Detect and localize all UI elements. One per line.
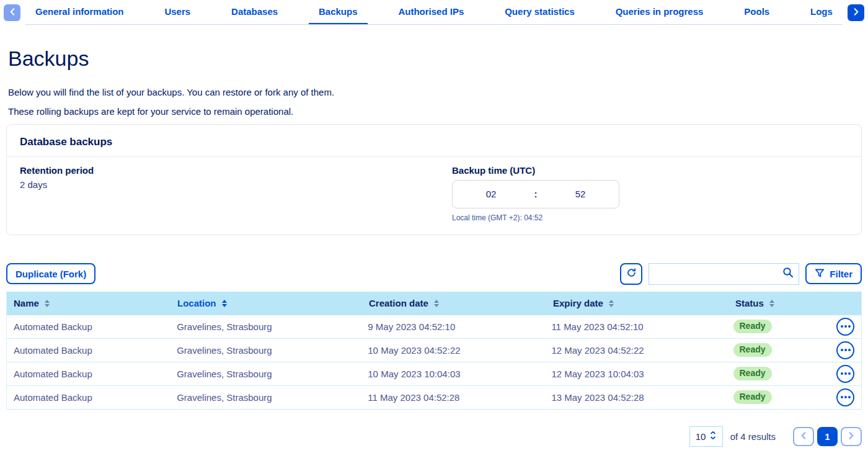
cell-name: Automated Backup	[14, 369, 177, 379]
sort-icon	[769, 300, 774, 307]
cell-name: Automated Backup	[14, 392, 177, 403]
table-row: Automated Backup Gravelines, Strasbourg …	[7, 315, 861, 339]
pagination: 10 of 4 results 1	[6, 426, 862, 447]
tab-users[interactable]: Users	[154, 0, 200, 24]
page-size-value: 10	[696, 431, 706, 442]
table-header-row: Name Location Creation date Expiry date …	[7, 292, 861, 315]
table-row: Automated Backup Gravelines, Strasbourg …	[7, 362, 861, 386]
page-title: Backups	[8, 45, 862, 72]
chevron-right-icon	[849, 432, 854, 441]
cell-expiry-date: 13 May 2023 04:52:28	[551, 392, 733, 403]
table-row: Automated Backup Gravelines, Strasbourg …	[7, 339, 861, 362]
cell-location: Gravelines, Strasbourg	[177, 392, 368, 403]
cell-location: Gravelines, Strasbourg	[177, 345, 368, 356]
backup-time-hour-field[interactable]: 02	[453, 189, 529, 199]
tab-databases[interactable]: Databases	[221, 0, 288, 24]
row-actions-button[interactable]	[836, 318, 854, 336]
cell-expiry-date: 11 May 2023 04:52:10	[551, 321, 733, 332]
card-title: Database backups	[7, 125, 861, 157]
status-badge: Ready	[733, 320, 772, 333]
filter-funnel-icon	[815, 268, 825, 280]
backup-time-separator: :	[529, 189, 542, 199]
refresh-button[interactable]	[620, 263, 642, 285]
backups-table: Name Location Creation date Expiry date …	[6, 292, 862, 410]
results-count-text: of 4 results	[730, 431, 776, 442]
page-description-line2: These rolling backups are kept for your …	[8, 106, 862, 117]
previous-page-button[interactable]	[793, 427, 814, 446]
backup-time-label: Backup time (UTC)	[452, 165, 848, 176]
status-badge: Ready	[733, 343, 772, 357]
page-description-line1: Below you will find the list of your bac…	[8, 87, 862, 97]
column-header-expiry-date[interactable]: Expiry date	[553, 298, 735, 308]
column-header-location[interactable]: Location	[177, 298, 369, 308]
tab-queries-in-progress[interactable]: Queries in progress	[606, 0, 714, 24]
tabs-scroll-right-button[interactable]	[848, 4, 864, 21]
duplicate-fork-button[interactable]: Duplicate (Fork)	[6, 263, 95, 284]
filter-button[interactable]: Filter	[805, 263, 862, 284]
table-row: Automated Backup Gravelines, Strasbourg …	[7, 386, 861, 410]
tab-general-information[interactable]: General information	[25, 0, 134, 24]
database-backups-card: Database backups Retention period 2 days…	[6, 124, 862, 235]
table-toolbar: Duplicate (Fork) Filter	[6, 263, 862, 285]
sort-icon	[609, 300, 614, 307]
refresh-icon	[626, 267, 637, 280]
search-icon	[782, 267, 794, 280]
cell-creation-date: 9 May 2023 04:52:10	[368, 321, 551, 332]
cell-expiry-date: 12 May 2023 10:04:03	[551, 369, 733, 379]
chevron-left-icon	[801, 432, 806, 441]
filter-label: Filter	[830, 269, 852, 279]
page-size-select[interactable]: 10	[689, 426, 723, 447]
local-time-note: Local time (GMT +2): 04:52	[452, 213, 848, 222]
cell-name: Automated Backup	[14, 345, 177, 356]
chevron-left-icon	[10, 8, 15, 17]
backup-time-minute-field[interactable]: 52	[542, 189, 619, 199]
column-header-creation-date[interactable]: Creation date	[369, 298, 553, 308]
row-actions-button[interactable]	[836, 341, 854, 359]
row-actions-button[interactable]	[836, 388, 854, 406]
cell-name: Automated Backup	[14, 321, 177, 332]
next-page-button[interactable]	[841, 427, 862, 446]
tab-query-statistics[interactable]: Query statistics	[495, 0, 585, 24]
retention-period-label: Retention period	[20, 165, 452, 176]
sort-icon	[45, 300, 50, 307]
retention-period-value: 2 days	[20, 179, 452, 190]
column-header-name[interactable]: Name	[14, 298, 177, 308]
tab-pools[interactable]: Pools	[734, 0, 779, 24]
tab-backups[interactable]: Backups	[309, 0, 368, 24]
status-badge: Ready	[733, 367, 772, 380]
cell-location: Gravelines, Strasbourg	[177, 369, 368, 379]
tab-authorised-ips[interactable]: Authorised IPs	[388, 0, 474, 24]
cell-creation-date: 10 May 2023 04:52:22	[368, 345, 551, 356]
cell-expiry-date: 12 May 2023 04:52:22	[551, 345, 733, 356]
search-input[interactable]	[655, 269, 782, 279]
page-1-button[interactable]: 1	[817, 427, 838, 446]
tabs-scroll-left-button[interactable]	[4, 4, 20, 21]
stepper-icon	[710, 431, 716, 442]
search-box	[649, 263, 799, 285]
row-actions-button[interactable]	[836, 365, 854, 383]
tab-logs[interactable]: Logs	[800, 0, 843, 24]
status-badge: Ready	[733, 390, 772, 404]
cell-creation-date: 11 May 2023 04:52:28	[368, 392, 551, 403]
cell-creation-date: 10 May 2023 10:04:03	[368, 369, 551, 379]
column-header-status[interactable]: Status	[735, 298, 839, 308]
main-content: Backups Below you will find the list of …	[0, 45, 868, 447]
cell-location: Gravelines, Strasbourg	[177, 321, 368, 332]
sort-icon	[434, 300, 439, 307]
tab-bar: General information Users Databases Back…	[0, 0, 868, 25]
tabs: General information Users Databases Back…	[25, 0, 843, 25]
sort-icon	[222, 300, 227, 307]
duplicate-fork-label: Duplicate (Fork)	[16, 269, 86, 279]
backup-time-input[interactable]: 02 : 52	[452, 180, 619, 209]
chevron-right-icon	[854, 8, 859, 17]
